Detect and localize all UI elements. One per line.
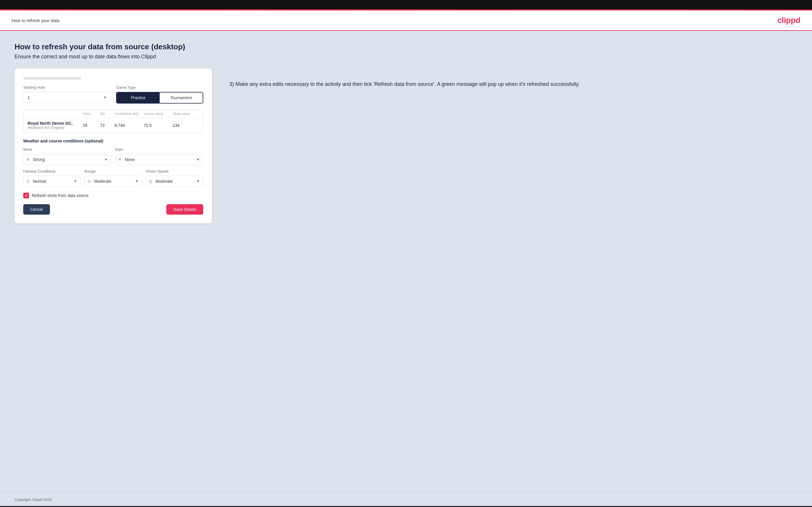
practice-button[interactable]: Practice: [117, 93, 160, 103]
fairway-select-wrapper: ⊙ Normal Soft Hard ▼: [23, 176, 81, 187]
rough-select[interactable]: Moderate Light Heavy: [85, 176, 142, 187]
col-course-name: [28, 112, 83, 115]
course-table: Holes Par Yards/White (M)) Course rating…: [23, 109, 203, 133]
logo: clippd: [777, 16, 800, 25]
rain-field: Rain ✦ None Light Heavy ▼: [115, 147, 203, 165]
wind-select-wrapper: ≋ Strong Light None ▼: [23, 154, 111, 165]
wind-field: Wind ≋ Strong Light None ▼: [23, 147, 111, 165]
course-slope-value: 134: [173, 123, 199, 128]
refresh-checkbox-row: ✓ Refresh shots from data source: [23, 192, 203, 199]
rough-select-wrapper: ⊙ Moderate Light Heavy ▼: [85, 176, 142, 187]
game-type-field: Game Type Practice Tournament: [116, 85, 203, 104]
col-yards: Yards/White (M)): [115, 112, 144, 115]
top-form-row: Starting Hole 1 2 10 ▼ Game Type Practic…: [23, 85, 203, 104]
fairway-field: Fairway Conditions ⊙ Normal Soft Hard ▼: [23, 169, 81, 187]
tournament-button[interactable]: Tournament: [160, 93, 203, 103]
col-slope-rating: Slope rating: [173, 112, 199, 115]
col-course-rating: Course rating: [144, 112, 173, 115]
rain-select-wrapper: ✦ None Light Heavy ▼: [115, 154, 203, 165]
form-card: Starting Hole 1 2 10 ▼ Game Type Practic…: [14, 68, 212, 223]
checkmark-icon: ✓: [25, 193, 28, 198]
footer: Copyright Clippd 2022: [0, 493, 812, 506]
fairway-select[interactable]: Normal Soft Hard: [23, 176, 81, 187]
starting-hole-select-wrapper: 1 2 10 ▼: [23, 92, 110, 103]
game-type-label: Game Type: [116, 85, 203, 90]
wind-icon: ≋: [26, 157, 30, 162]
footer-copyright: Copyright Clippd 2022: [14, 497, 52, 502]
wind-select[interactable]: Strong Light None: [23, 154, 111, 165]
rough-field: Rough ⊙ Moderate Light Heavy ▼: [85, 169, 142, 187]
side-instruction-text: 3) Make any extra edits necessary to the…: [230, 80, 798, 89]
form-actions: Cancel Save Details: [23, 204, 203, 215]
col-par: Par: [100, 112, 115, 115]
course-yards-value: 6,744: [115, 123, 144, 128]
course-name: Royal North Devon GC,: [28, 121, 83, 126]
page-subheading: Ensure the correct and most up to date d…: [14, 54, 798, 60]
cancel-button[interactable]: Cancel: [23, 204, 50, 215]
green-speed-label: Green Speed: [146, 169, 203, 173]
conditions-top-row: Wind ≋ Strong Light None ▼ Rain ✦: [23, 147, 203, 165]
conditions-heading: Weather and course conditions (optional): [23, 138, 203, 143]
course-holes-value: 18: [83, 123, 100, 128]
starting-hole-label: Starting Hole: [23, 85, 110, 90]
refresh-checkbox[interactable]: ✓: [23, 192, 29, 199]
main-content: How to refresh your data from source (de…: [0, 31, 812, 493]
col-holes: Holes: [83, 112, 100, 115]
header: How to refresh your data clippd: [0, 10, 812, 31]
tab-placeholder: [23, 77, 81, 79]
top-bar: [0, 0, 812, 10]
course-info: Royal North Devon GC, Westward Ho!, Engl…: [28, 121, 83, 130]
rain-select[interactable]: None Light Heavy: [115, 154, 203, 165]
course-table-row: Royal North Devon GC, Westward Ho!, Engl…: [23, 118, 203, 132]
course-par-value: 72: [100, 123, 115, 128]
top-bar-accent: [0, 9, 812, 10]
refresh-label: Refresh shots from data source: [32, 193, 89, 198]
fairway-label: Fairway Conditions: [23, 169, 81, 173]
course-table-header: Holes Par Yards/White (M)) Course rating…: [23, 110, 203, 118]
rough-icon: ⊙: [87, 179, 91, 184]
course-location: Westward Ho!, England: [28, 126, 83, 130]
page-heading: How to refresh your data from source (de…: [14, 42, 798, 51]
rain-label: Rain: [115, 147, 203, 152]
green-speed-select-wrapper: ◎ Moderate Slow Fast ▼: [146, 176, 203, 187]
header-title: How to refresh your data: [12, 18, 59, 23]
conditions-bottom-row: Fairway Conditions ⊙ Normal Soft Hard ▼ …: [23, 169, 203, 187]
card-top-tabs: [23, 77, 203, 79]
wind-label: Wind: [23, 147, 111, 152]
game-type-buttons: Practice Tournament: [116, 92, 203, 104]
green-speed-icon: ◎: [149, 179, 152, 184]
starting-hole-select[interactable]: 1 2 10: [23, 92, 110, 103]
fairway-icon: ⊙: [26, 179, 30, 184]
side-text: 3) Make any extra edits necessary to the…: [230, 68, 798, 89]
green-speed-field: Green Speed ◎ Moderate Slow Fast ▼: [146, 169, 203, 187]
green-speed-select[interactable]: Moderate Slow Fast: [146, 176, 203, 187]
course-rating-value: 72.5: [144, 123, 173, 128]
rough-label: Rough: [85, 169, 142, 173]
rain-icon: ✦: [118, 157, 122, 162]
starting-hole-field: Starting Hole 1 2 10 ▼: [23, 85, 110, 103]
save-button[interactable]: Save Details: [166, 204, 203, 215]
content-layout: Starting Hole 1 2 10 ▼ Game Type Practic…: [14, 68, 798, 223]
